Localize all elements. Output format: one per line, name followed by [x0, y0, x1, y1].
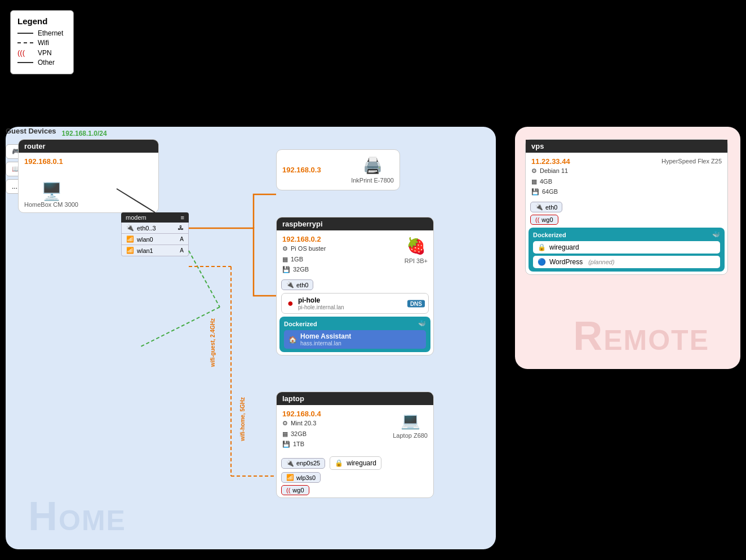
vps-disk: 64GB [542, 186, 558, 197]
dockerized-title-raspi: Dockerized 🐳 [284, 320, 426, 327]
pihole-icon: ● [287, 297, 294, 309]
wifi-line-icon [17, 42, 33, 43]
eth-iface-row: 🔌 eth0..3 🖧 [121, 223, 189, 234]
vpn-line-icon: ((( [17, 48, 33, 57]
laptop-wlp-label: wlp3s0 [296, 474, 316, 481]
legend-other-label: Other [38, 59, 55, 66]
raspi-eth0-icon: 🔌 [286, 281, 294, 288]
printer-image: 🖨️ InkPrint E-7800 [351, 154, 394, 185]
raspi-os: Pi OS buster [291, 243, 326, 254]
home-label: Home [28, 493, 126, 539]
raspi-card: raspberrypi 192.168.0.2 ⚙Pi OS buster ▦1… [276, 217, 434, 355]
guest-ip: 192.168.1.0/24 [62, 130, 107, 137]
vps-wg-label: wireguard [549, 243, 579, 251]
router-header: router [19, 140, 158, 153]
vps-ip: 11.22.33.44 [531, 157, 570, 166]
wlan0-icon: 📶 [126, 235, 134, 243]
router-model: HomeBox CM 3000 [24, 201, 78, 208]
raspi-eth0-label: eth0 [296, 282, 308, 288]
remote-area: Remote vps 11.22.33.44 ⚙Debian 11 ▦4GB 💾… [515, 127, 740, 369]
ha-service: 🏠 Home Assistant hass.internal.lan [284, 330, 426, 349]
remote-label: Remote [573, 313, 709, 359]
laptop-enp-label: enp0s25 [296, 460, 320, 466]
legend-vpn-label: VPN [38, 49, 52, 57]
laptop-wireguard-service: 🔒 wireguard [330, 456, 381, 470]
modem-block: modem ≡ 🔌 eth0..3 🖧 📶 wlan0 A 📶 wlan1 A [121, 212, 189, 256]
vps-specs: ⚙Debian 11 ▦4GB 💾64GB [531, 166, 570, 197]
legend-other: Other [17, 59, 63, 66]
router-card: router 192.168.0.1 🖥️ HomeBox CM 3000 [18, 139, 159, 213]
laptop-os: Mint 20.3 [291, 418, 316, 429]
router-ip: 192.168.0.1 [24, 157, 78, 166]
legend-box: Legend Ethernet Wifi ((( VPN Other [10, 10, 74, 74]
pihole-domain: pi-hole.internal.lan [298, 304, 344, 310]
printer-card: 192.168.0.3 🖨️ InkPrint E-7800 [276, 149, 400, 190]
legend-vpn: ((( VPN [17, 48, 63, 57]
vps-eth0-icon: 🔌 [535, 203, 543, 211]
modem-icon: ≡ [181, 214, 184, 221]
raspi-body: 192.168.0.2 ⚙Pi OS buster ▦1GB 💾32GB 🍓 R… [277, 230, 433, 279]
raspi-ip: 192.168.0.2 [282, 235, 326, 243]
guest-title: Guest Devices [6, 127, 56, 135]
laptop-card: laptop 192.168.0.4 ⚙Mint 20.3 ▦32GB 💾1TB… [276, 392, 434, 498]
ha-name: Home Assistant [300, 332, 351, 340]
laptop-enp-icon: 🔌 [286, 460, 294, 467]
ha-domain: hass.internal.lan [300, 340, 351, 346]
vps-eth0-label: eth0 [545, 204, 557, 211]
raspi-eth0-badge: 🔌 eth0 [281, 279, 313, 290]
vps-body: 11.22.33.44 ⚙Debian 11 ▦4GB 💾64GB HyperS… [526, 153, 727, 202]
dockerized-title-vps: Dockerized 🐳 [533, 231, 720, 238]
wifi-guest-label: wifi-guest, 2.4GHz [210, 318, 216, 367]
raspi-header: raspberrypi [277, 217, 433, 230]
router-model-label: 🖥️ [24, 181, 78, 201]
modem-title: modem [126, 214, 146, 221]
laptop-wlp-badge: 📶 wlp3s0 [281, 472, 321, 483]
laptop-wg-label: wireguard [347, 459, 376, 467]
laptop-body: 192.168.0.4 ⚙Mint 20.3 ▦32GB 💾1TB 💻 Lapt… [277, 405, 433, 454]
ha-icon: 🏠 [288, 336, 297, 344]
modem-header: modem ≡ [121, 212, 189, 223]
eth-label: eth0..3 [137, 225, 156, 232]
vps-provider-info: HyperSpeed Flex Z25 [661, 157, 722, 166]
vps-wp-label: WordPress [549, 258, 583, 266]
laptop-wg-icon: 🔒 [335, 459, 343, 467]
vps-provider: HyperSpeed Flex Z25 [661, 157, 722, 166]
vps-wg0-icon: (( [535, 216, 539, 223]
svg-line-2 [141, 307, 220, 346]
wlan0-iface-row: 📶 wlan0 A [121, 234, 189, 245]
legend-title: Legend [17, 16, 63, 26]
wlan1-iface-row: 📶 wlan1 A [121, 245, 189, 256]
wlan1-icon: 📶 [126, 247, 134, 254]
eth-badge-icon: 🖧 [178, 225, 184, 231]
legend-wifi: Wifi [17, 39, 63, 47]
raspi-model: RPI 3B+ [405, 257, 428, 265]
ethernet-line-icon [17, 33, 33, 34]
dns-tag: DNS [407, 300, 425, 307]
vps-wg0-label: wg0 [541, 216, 553, 223]
dockerized-box-raspi: Dockerized 🐳 🏠 Home Assistant hass.inter… [279, 317, 430, 352]
raspi-specs: ⚙Pi OS buster ▦1GB 💾32GB [282, 243, 326, 275]
vps-os: Debian 11 [540, 166, 568, 176]
raspi-disk: 32GB [293, 264, 309, 275]
laptop-wlp-icon: 📶 [286, 474, 294, 481]
vps-header: vps [526, 140, 727, 153]
laptop-model: Laptop Z680 [393, 432, 428, 440]
wlan0-badge: A [180, 236, 184, 242]
laptop-ip: 192.168.0.4 [282, 410, 321, 418]
pihole-name: pi-hole [298, 296, 344, 304]
svg-line-1 [189, 251, 220, 307]
laptop-header: laptop [277, 392, 433, 405]
vps-ram: 4GB [540, 176, 552, 187]
wlan1-badge: A [180, 247, 184, 254]
vps-wireguard-service: 🔒 wireguard [533, 241, 720, 254]
pihole-badge: ● pi-hole pi-hole.internal.lan DNS [281, 293, 429, 314]
legend-ethernet-label: Ethernet [38, 29, 63, 37]
dockerized-box-vps: Dockerized 🐳 🔒 wireguard 🔵 WordPress (pl… [529, 228, 725, 272]
printer-body: 192.168.0.3 🖨️ InkPrint E-7800 [277, 150, 399, 190]
wifi-home-label: wifi-home, 5GHz [239, 397, 246, 441]
vps-wg0-badge: (( wg0 [530, 215, 558, 225]
legend-wifi-label: Wifi [38, 39, 49, 47]
router-body: 192.168.0.1 🖥️ HomeBox CM 3000 [19, 153, 158, 212]
printer-ip: 192.168.0.3 [282, 166, 321, 174]
home-area: Home router 192.168.0.1 🖥️ HomeBox CM 30… [6, 127, 496, 549]
